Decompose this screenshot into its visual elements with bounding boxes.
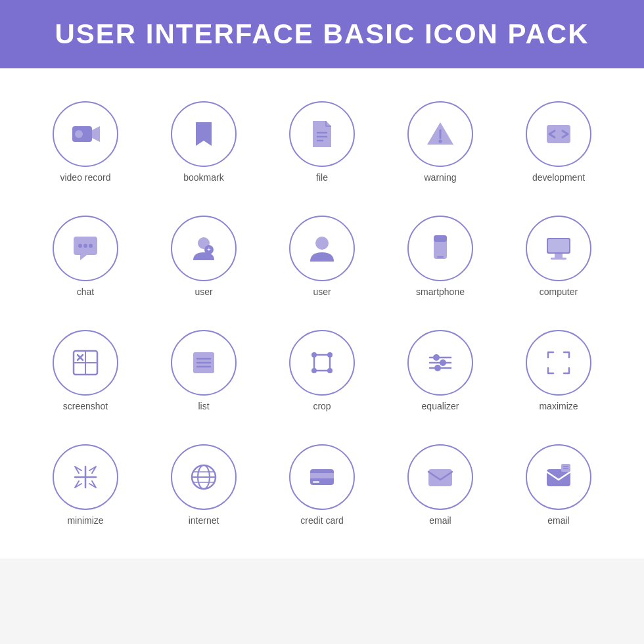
warning-circle [407, 101, 473, 167]
header: USER INTERFACE BASIC ICON PACK [0, 0, 644, 68]
svg-marker-1 [92, 126, 100, 142]
screenshot-circle [53, 330, 118, 396]
icon-item-equalizer: equalizer [391, 330, 490, 411]
crop-label: crop [313, 401, 331, 411]
internet-icon [187, 460, 221, 494]
icon-item-computer: computer [509, 216, 608, 297]
svg-point-40 [433, 354, 440, 361]
list-icon [187, 346, 221, 380]
icon-item-list: list [154, 330, 253, 411]
icon-item-smartphone: smartphone [391, 216, 490, 297]
email2-circle [526, 444, 591, 510]
svg-point-34 [327, 352, 333, 357]
icon-item-minimize: minimize [36, 444, 135, 526]
svg-point-9 [78, 244, 82, 248]
chat-circle [53, 216, 118, 281]
icon-row-1: video record bookmark file [26, 88, 618, 196]
icon-item-crop: crop [273, 330, 371, 411]
svg-point-15 [315, 237, 329, 250]
email1-label: email [429, 515, 451, 526]
minimize-icon [68, 460, 103, 494]
icon-item-chat: chat [36, 216, 135, 297]
minimize-label: minimize [67, 515, 103, 526]
icon-item-maximize: maximize [509, 330, 608, 411]
icon-item-credit-card: credit card [273, 444, 371, 526]
list-circle [171, 330, 237, 396]
file-circle [289, 101, 355, 167]
icon-item-email2: email [509, 444, 608, 526]
icon-row-2: chat + user user [26, 202, 618, 310]
icon-item-internet: internet [154, 444, 253, 526]
svg-rect-21 [555, 254, 563, 258]
user2-circle [289, 216, 355, 281]
icon-row-4: minimize internet [26, 431, 618, 539]
user1-circle: + [171, 216, 237, 281]
svg-point-42 [434, 365, 441, 371]
maximize-label: maximize [539, 401, 578, 411]
equalizer-circle [407, 330, 473, 396]
icon-grid: video record bookmark file [0, 68, 644, 559]
warning-label: warning [424, 172, 456, 183]
svg-point-7 [439, 140, 442, 143]
screenshot-icon [68, 346, 103, 380]
crop-circle [289, 330, 355, 396]
svg-rect-52 [313, 481, 319, 483]
icon-item-screenshot: screenshot [36, 330, 135, 411]
warning-icon [423, 117, 457, 151]
development-icon [541, 117, 576, 151]
email2-label: email [547, 515, 569, 526]
icon-item-email1: email [391, 444, 490, 526]
smartphone-icon [423, 231, 457, 265]
video-record-label: video record [60, 172, 110, 183]
bookmark-icon [187, 117, 221, 151]
maximize-icon [541, 346, 576, 380]
page-title: USER INTERFACE BASIC ICON PACK [13, 18, 631, 50]
video-record-icon [68, 117, 103, 151]
video-record-circle [53, 101, 118, 167]
icon-item-user2: user [273, 216, 371, 297]
svg-point-36 [327, 368, 333, 373]
icon-item-bookmark: bookmark [154, 101, 253, 183]
computer-icon [541, 231, 576, 265]
smartphone-circle [407, 216, 473, 281]
user2-label: user [313, 287, 331, 297]
user2-icon [305, 231, 339, 265]
icon-item-file: file [273, 101, 371, 183]
svg-point-41 [440, 359, 446, 366]
screenshot-label: screenshot [63, 401, 108, 411]
development-circle [526, 101, 591, 167]
chat-icon [68, 231, 103, 265]
internet-label: internet [189, 515, 219, 526]
svg-rect-22 [551, 258, 566, 260]
crop-icon [305, 346, 339, 380]
email1-circle [407, 444, 473, 510]
svg-point-10 [83, 244, 87, 248]
user1-label: user [195, 287, 212, 297]
credit-card-circle [289, 444, 355, 510]
svg-point-35 [311, 368, 317, 373]
icon-item-user1: + user [154, 216, 253, 297]
bookmark-circle [171, 101, 237, 167]
computer-label: computer [540, 287, 578, 297]
svg-rect-18 [437, 256, 444, 258]
svg-point-2 [75, 130, 83, 138]
computer-circle [526, 216, 591, 281]
email2-icon [541, 460, 576, 494]
minimize-circle [53, 444, 118, 510]
credit-card-label: credit card [300, 515, 343, 526]
svg-rect-17 [434, 235, 447, 242]
email1-icon [423, 460, 457, 494]
svg-point-11 [89, 244, 93, 248]
icon-item-development: development [509, 101, 608, 183]
svg-rect-32 [314, 355, 330, 371]
bookmark-label: bookmark [183, 172, 223, 183]
icon-row-3: screenshot list [26, 317, 618, 425]
credit-card-icon [305, 460, 339, 494]
icon-item-warning: warning [391, 101, 490, 183]
file-icon [305, 117, 339, 151]
maximize-circle [526, 330, 591, 396]
equalizer-icon [423, 346, 457, 380]
svg-text:+: + [207, 246, 211, 253]
svg-rect-55 [561, 464, 570, 472]
development-label: development [532, 172, 585, 183]
